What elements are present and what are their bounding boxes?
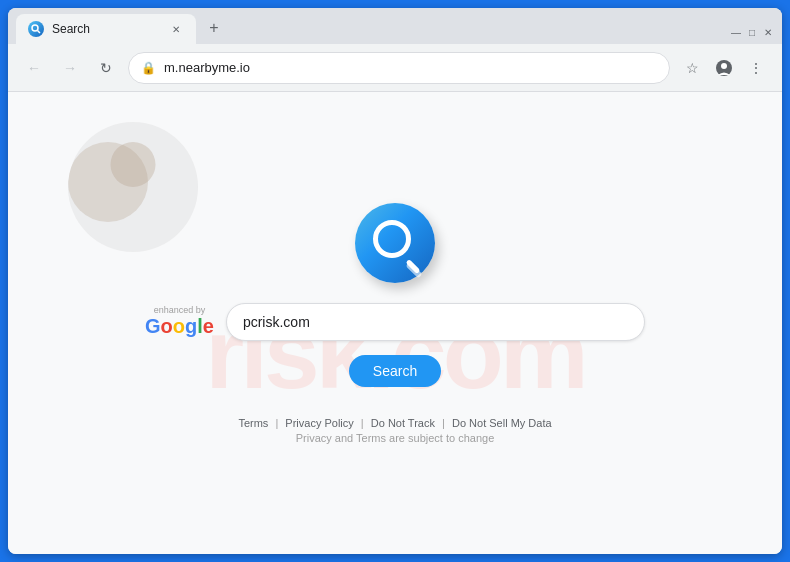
google-letter-e: e bbox=[203, 315, 214, 338]
tab-title: Search bbox=[52, 22, 160, 36]
footer-links-row: Terms | Privacy Policy | Do Not Track | … bbox=[238, 417, 551, 429]
separator-3: | bbox=[442, 417, 445, 429]
nav-bar: ← → ↻ 🔒 ☆ ⋮ bbox=[8, 44, 782, 92]
search-row: enhanced by Google bbox=[145, 303, 645, 341]
maximize-button[interactable]: □ bbox=[746, 26, 758, 38]
address-bar-container[interactable]: 🔒 bbox=[128, 52, 670, 84]
privacy-policy-link[interactable]: Privacy Policy bbox=[285, 417, 353, 429]
footer-links: Terms | Privacy Policy | Do Not Track | … bbox=[238, 417, 551, 444]
address-bar-input[interactable] bbox=[164, 60, 657, 75]
minimize-button[interactable]: — bbox=[730, 26, 742, 38]
search-logo bbox=[355, 203, 435, 283]
google-logo: Google bbox=[145, 315, 214, 338]
watermark-body bbox=[68, 142, 148, 222]
svg-point-3 bbox=[721, 63, 727, 69]
reload-button[interactable]: ↻ bbox=[92, 54, 120, 82]
new-tab-button[interactable]: + bbox=[200, 14, 228, 42]
terms-link[interactable]: Terms bbox=[238, 417, 268, 429]
profile-button[interactable] bbox=[710, 54, 738, 82]
footer-note: Privacy and Terms are subject to change bbox=[238, 432, 551, 444]
do-not-sell-link[interactable]: Do Not Sell My Data bbox=[452, 417, 552, 429]
main-content: enhanced by Google Search bbox=[145, 203, 645, 444]
close-button[interactable]: ✕ bbox=[762, 26, 774, 38]
svg-point-0 bbox=[32, 25, 38, 31]
back-button[interactable]: ← bbox=[20, 54, 48, 82]
tab-favicon bbox=[28, 21, 44, 37]
bookmark-button[interactable]: ☆ bbox=[678, 54, 706, 82]
magnifier-handle bbox=[406, 259, 421, 274]
title-bar: Search ✕ + — □ ✕ bbox=[8, 8, 782, 44]
search-area: enhanced by Google Search bbox=[145, 303, 645, 387]
enhanced-by-google: enhanced by Google bbox=[145, 305, 214, 339]
lock-icon: 🔒 bbox=[141, 61, 156, 75]
browser-window: Search ✕ + — □ ✕ ← → ↻ 🔒 ☆ bbox=[8, 8, 782, 554]
svg-line-1 bbox=[38, 31, 41, 34]
forward-button[interactable]: → bbox=[56, 54, 84, 82]
page-content: risk.com enhanced by Google bbox=[8, 92, 782, 554]
separator-2: | bbox=[361, 417, 364, 429]
enhanced-by-text: enhanced by bbox=[145, 305, 214, 316]
active-tab[interactable]: Search ✕ bbox=[16, 14, 196, 44]
menu-button[interactable]: ⋮ bbox=[742, 54, 770, 82]
tab-area: Search ✕ + bbox=[16, 14, 730, 44]
google-letter-o1: o bbox=[161, 315, 173, 338]
magnifier-circle bbox=[373, 220, 411, 258]
search-input-wrapper[interactable] bbox=[226, 303, 645, 341]
nav-actions: ☆ ⋮ bbox=[678, 54, 770, 82]
search-input[interactable] bbox=[243, 314, 628, 330]
search-button[interactable]: Search bbox=[349, 355, 441, 387]
separator-1: | bbox=[275, 417, 278, 429]
do-not-track-link[interactable]: Do Not Track bbox=[371, 417, 435, 429]
google-letter-o2: o bbox=[173, 315, 185, 338]
tab-close-button[interactable]: ✕ bbox=[168, 21, 184, 37]
google-letter-g: G bbox=[145, 315, 161, 338]
window-controls: — □ ✕ bbox=[730, 26, 774, 38]
google-letter-g2: g bbox=[185, 315, 197, 338]
